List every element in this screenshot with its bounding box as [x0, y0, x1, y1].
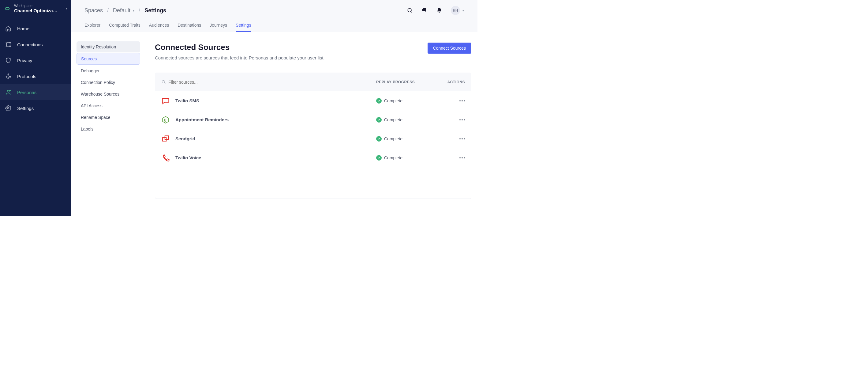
caret-down-icon: ▾ [133, 9, 134, 12]
breadcrumb-spaces[interactable]: Spaces [85, 7, 103, 14]
search-icon[interactable] [407, 7, 413, 13]
source-name: Twilio Voice [175, 155, 201, 160]
chat-icon[interactable] [422, 7, 428, 13]
svg-point-2 [6, 46, 7, 47]
row-actions-menu[interactable] [459, 138, 465, 139]
user-menu[interactable]: HH ▾ [451, 6, 464, 15]
source-name: Sendgrid [175, 136, 195, 141]
page-title: Connected Sources [155, 43, 325, 52]
submenu-labels[interactable]: Labels [76, 123, 140, 135]
breadcrumb-sep: / [138, 7, 140, 14]
nav-label: Connections [17, 42, 42, 47]
connect-sources-button[interactable]: Connect Sources [428, 43, 471, 54]
empty-space [155, 167, 471, 199]
twilio-voice-icon [161, 153, 170, 162]
bell-icon[interactable] [436, 7, 442, 13]
sidebar: Workspace Channel Optimiza… ▾ Home Conne… [0, 0, 71, 216]
caret-down-icon: ▾ [66, 7, 67, 10]
workspace-switcher[interactable]: Workspace Channel Optimiza… ▾ [0, 0, 71, 18]
svg-point-8 [7, 90, 9, 92]
tab-audiences[interactable]: Audiences [149, 20, 169, 32]
svg-rect-12 [422, 9, 425, 11]
submenu-rename-space[interactable]: Rename Space [76, 112, 140, 123]
tab-settings[interactable]: Settings [236, 20, 251, 32]
source-name: Twilio SMS [175, 98, 199, 103]
table-row[interactable]: Twilio SMS Complete [155, 91, 471, 110]
table-row[interactable]: Sendgrid Complete [155, 129, 471, 148]
status-label: Complete [384, 99, 402, 103]
breadcrumb-default-label: Default [113, 7, 130, 14]
tab-journeys[interactable]: Journeys [210, 20, 227, 32]
row-actions-menu[interactable] [459, 119, 465, 120]
nav-label: Protocols [17, 74, 36, 79]
status-label: Complete [384, 117, 402, 122]
check-icon [376, 155, 382, 161]
nav-label: Settings [17, 106, 34, 111]
th-actions: ACTIONS [437, 80, 465, 84]
caret-down-icon: ▾ [462, 9, 464, 12]
submenu-api-access[interactable]: API Access [76, 100, 140, 111]
topbar: Spaces / Default ▾ / Settings [71, 0, 477, 32]
nodejs-icon [161, 115, 170, 124]
filter-sources-input[interactable] [168, 80, 248, 85]
row-actions-menu[interactable] [459, 157, 465, 159]
avatar: HH [451, 6, 460, 15]
breadcrumb-sep: / [107, 7, 108, 14]
home-icon [5, 25, 12, 32]
submenu-connection-policy[interactable]: Connection Policy [76, 77, 140, 88]
row-actions-menu[interactable] [459, 100, 465, 102]
sidebar-item-privacy[interactable]: Privacy [0, 52, 71, 68]
nav-label: Personas [17, 90, 36, 95]
svg-point-9 [9, 90, 10, 91]
svg-point-1 [9, 42, 10, 43]
tabs: Explorer Computed Traits Audiences Desti… [71, 20, 477, 32]
page-subtitle: Connected sources are sources that feed … [155, 55, 325, 60]
breadcrumb: Spaces / Default ▾ / Settings [85, 7, 166, 14]
table-row[interactable]: Twilio Voice Complete [155, 148, 471, 167]
check-icon [376, 98, 382, 104]
sidebar-item-personas[interactable]: Personas [0, 84, 71, 100]
submenu-warehouse-sources[interactable]: Warehouse Sources [76, 89, 140, 100]
sources-table: REPLAY PROGRESS ACTIONS Twilio SMS [155, 73, 471, 199]
twilio-sms-icon [161, 96, 170, 105]
status-label: Complete [384, 136, 402, 141]
submenu-identity-resolution[interactable]: Identity Resolution [76, 41, 140, 52]
svg-point-3 [9, 46, 10, 47]
tab-destinations[interactable]: Destinations [178, 20, 201, 32]
th-replay-progress: REPLAY PROGRESS [376, 80, 437, 84]
sidebar-item-protocols[interactable]: Protocols [0, 68, 71, 84]
connections-icon [5, 41, 12, 48]
nav-label: Home [17, 26, 29, 31]
svg-point-0 [6, 42, 7, 43]
sidebar-item-connections[interactable]: Connections [0, 36, 71, 52]
tab-explorer[interactable]: Explorer [85, 20, 100, 32]
svg-point-11 [408, 8, 411, 12]
nav-label: Privacy [17, 58, 32, 63]
check-icon [376, 117, 382, 122]
sidebar-item-home[interactable]: Home [0, 21, 71, 36]
source-name: Appointment Reminders [175, 117, 229, 122]
status-label: Complete [384, 156, 402, 160]
svg-point-7 [8, 78, 8, 79]
tab-computed-traits[interactable]: Computed Traits [109, 20, 141, 32]
workspace-label: Workspace [14, 4, 63, 8]
breadcrumb-default[interactable]: Default ▾ [113, 7, 134, 14]
sendgrid-icon [161, 135, 170, 143]
settings-submenu: Identity Resolution Sources Debugger Con… [71, 32, 146, 216]
sidebar-item-settings[interactable]: Settings [0, 100, 71, 116]
table-row[interactable]: Appointment Reminders Complete [155, 110, 471, 129]
protocols-icon [5, 73, 12, 80]
svg-point-10 [8, 108, 9, 109]
svg-point-13 [162, 81, 165, 83]
workspace-name: Channel Optimiza… [14, 8, 59, 13]
search-icon [161, 80, 166, 84]
personas-icon [5, 89, 12, 95]
submenu-sources[interactable]: Sources [76, 53, 140, 65]
gear-icon [5, 105, 12, 112]
logo-icon [4, 5, 11, 12]
check-icon [376, 136, 382, 142]
breadcrumb-current: Settings [145, 7, 166, 14]
shield-icon [5, 57, 12, 64]
svg-point-4 [8, 74, 8, 75]
submenu-debugger[interactable]: Debugger [76, 65, 140, 76]
